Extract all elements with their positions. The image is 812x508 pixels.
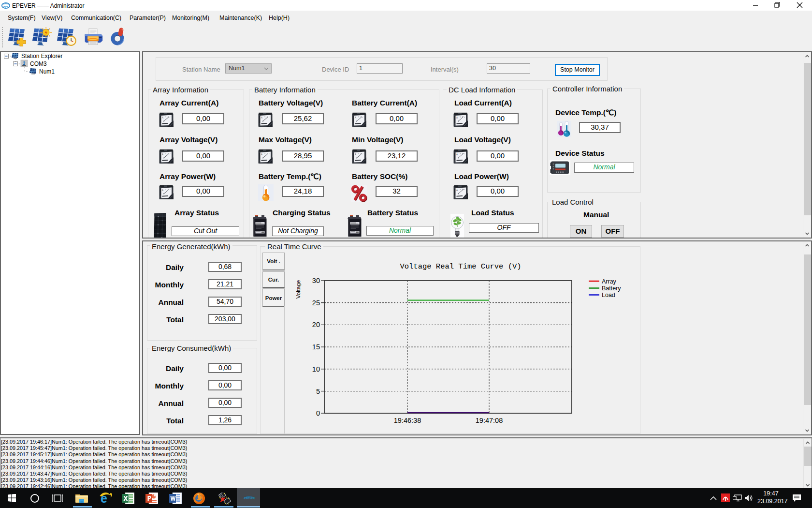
svg-text:10: 10 [312,365,320,373]
svg-text:Array: Array [602,278,617,285]
svg-text:EPEVER: EPEVER [244,497,255,500]
svg-text:Num1: Num1 [39,68,55,75]
svg-text:30: 30 [312,277,320,284]
svg-text:Voltage: Voltage [295,280,301,299]
svg-text:0: 0 [316,409,320,417]
svg-text:5: 5 [316,388,320,395]
svg-text:15: 15 [312,343,320,351]
svg-text:Station Explorer: Station Explorer [21,53,62,60]
svg-text:Battery: Battery [602,285,621,292]
svg-text:Load: Load [602,292,615,299]
svg-text:Voltage Real Time Curve (V): Voltage Real Time Curve (V) [400,262,521,271]
svg-text:25: 25 [312,299,320,307]
svg-text:19:47:08: 19:47:08 [476,417,503,424]
svg-text:COM3: COM3 [30,60,47,67]
svg-text:19:46:38: 19:46:38 [394,417,421,424]
svg-text:20: 20 [312,321,320,329]
svg-text:eps: eps [3,5,8,8]
